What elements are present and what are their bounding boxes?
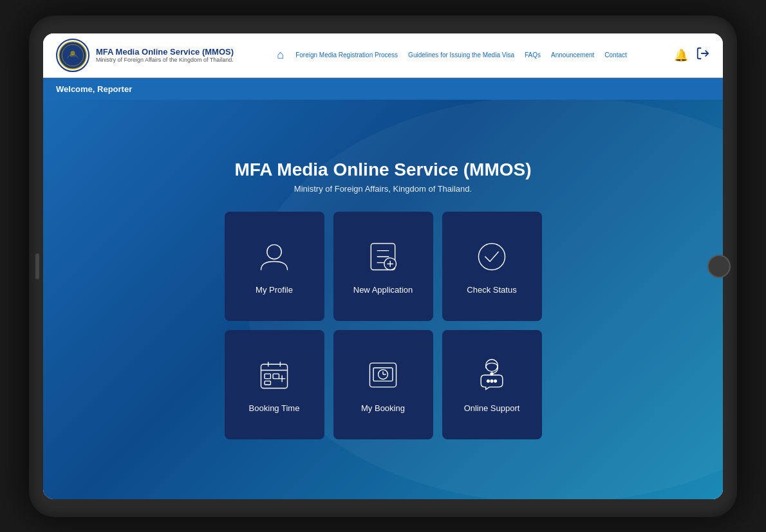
screen: MFA MFA Media Online Service (MMOS) Mini…: [43, 33, 723, 499]
welcome-text: Welcome, Reporter: [56, 84, 132, 94]
card-my-booking[interactable]: My Booking: [333, 330, 433, 439]
card-new-application[interactable]: New Application: [333, 212, 433, 321]
new-application-label: New Application: [353, 285, 413, 295]
page-subtitle: Ministry of Foreign Affairs, Kingdom of …: [294, 184, 472, 194]
card-my-profile[interactable]: My Profile: [225, 212, 324, 321]
svg-point-22: [487, 380, 490, 382]
card-check-status[interactable]: Check Status: [442, 212, 542, 321]
logout-icon[interactable]: [696, 46, 710, 64]
header-nav: ⌂ Foreign Media Registration Process Gui…: [277, 48, 631, 62]
nav-foreign-media[interactable]: Foreign Media Registration Process: [292, 49, 402, 61]
svg-point-3: [70, 50, 75, 55]
page-title: MFA Media Online Service (MMOS): [234, 160, 531, 180]
site-subtitle: Ministry of Foreign Affairs of the Kingd…: [96, 57, 234, 63]
nav-contact[interactable]: Contact: [601, 49, 630, 61]
nav-announcement[interactable]: Announcement: [547, 49, 598, 61]
main-content: MFA Media Online Service (MMOS) Ministry…: [43, 100, 723, 499]
my-booking-icon: [364, 356, 402, 394]
my-profile-label: My Profile: [256, 285, 293, 295]
online-support-label: Online Support: [464, 403, 520, 413]
my-profile-icon: [255, 237, 294, 276]
header-actions: 🔔: [674, 46, 710, 64]
card-booking-time[interactable]: Booking Time: [225, 330, 324, 439]
check-status-label: Check Status: [467, 285, 516, 295]
notification-icon[interactable]: 🔔: [674, 48, 688, 62]
welcome-bar: Welcome, Reporter: [43, 78, 723, 100]
svg-point-8: [478, 243, 505, 270]
nav-faqs[interactable]: FAQs: [521, 49, 545, 61]
svg-point-21: [486, 360, 498, 372]
card-online-support[interactable]: Online Support: [442, 330, 542, 439]
tablet-frame: MFA MFA Media Online Service (MMOS) Mini…: [29, 15, 737, 517]
svg-rect-14: [273, 374, 279, 378]
header: MFA MFA Media Online Service (MMOS) Mini…: [43, 33, 723, 78]
home-icon[interactable]: ⌂: [277, 48, 284, 62]
svg-point-24: [494, 380, 497, 382]
svg-rect-13: [265, 374, 270, 378]
online-support-icon: [472, 356, 511, 394]
cards-grid: My Profile New Application: [225, 212, 542, 439]
site-title: MFA Media Online Service (MMOS): [96, 47, 234, 57]
svg-point-25: [490, 372, 493, 375]
new-application-icon: [364, 237, 402, 276]
my-booking-label: My Booking: [361, 403, 405, 413]
booking-time-label: Booking Time: [249, 403, 300, 413]
svg-rect-15: [265, 381, 270, 385]
booking-time-icon: [255, 356, 294, 394]
nav-guidelines[interactable]: Guidelines for Issuing the Media Visa: [404, 49, 518, 61]
check-status-icon: [472, 237, 511, 276]
logo: MFA: [56, 39, 89, 72]
header-left: MFA MFA Media Online Service (MMOS) Mini…: [56, 39, 234, 72]
header-title: MFA Media Online Service (MMOS) Ministry…: [96, 47, 234, 63]
svg-point-5: [267, 244, 281, 259]
svg-point-23: [490, 380, 493, 382]
